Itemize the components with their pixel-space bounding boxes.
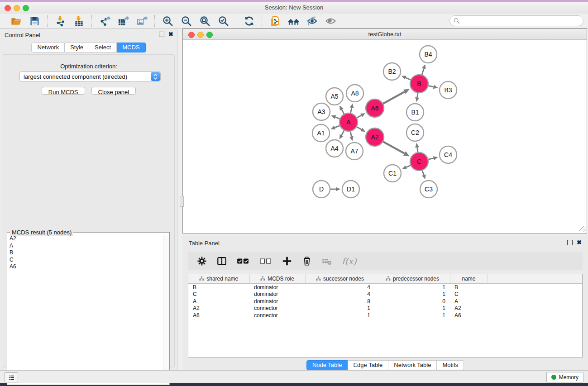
zoom-in-button[interactable] [162, 15, 174, 27]
cell-successor-nodes[interactable]: 4 [305, 284, 375, 291]
memory-button[interactable]: Memory [546, 372, 583, 382]
export-image-button[interactable] [136, 15, 148, 27]
cell-successor-nodes[interactable]: 1 [305, 305, 375, 312]
tab-network-table[interactable]: Network Table [388, 360, 437, 370]
deselect-all-button[interactable] [259, 256, 272, 266]
cell-name[interactable]: A2 [450, 305, 488, 312]
edge-B-B1[interactable] [417, 93, 418, 98]
function-builder-button[interactable]: f(x) [342, 256, 357, 266]
table-row[interactable]: A2connector11A2 [188, 305, 582, 312]
zoom-fit-button[interactable] [199, 15, 211, 27]
network-canvas[interactable]: B4B2BB3A5A8A6B1A3AC2A1A2A4A7C4CC1C3DD1 [183, 40, 587, 233]
apply-layout-button[interactable] [243, 15, 255, 27]
zoom-out-button[interactable] [180, 15, 192, 27]
show-all-button[interactable] [325, 15, 337, 27]
tab-node-table[interactable]: Node Table [306, 360, 348, 370]
close-panel-icon[interactable]: ✖ [168, 32, 173, 37]
column-header-name[interactable]: name [450, 274, 488, 284]
cell-successor-nodes[interactable]: 4 [305, 291, 375, 298]
table-row[interactable]: A6connector11A6 [188, 312, 582, 319]
float-panel-icon[interactable] [159, 32, 164, 37]
tab-style[interactable]: Style [65, 43, 89, 52]
save-session-button[interactable] [29, 15, 41, 27]
criterion-select[interactable]: largest connected component (directed) [19, 71, 161, 81]
panel-divider-grip[interactable] [180, 196, 184, 207]
tab-network[interactable]: Network [31, 43, 65, 52]
edge-B-B3[interactable] [428, 86, 434, 87]
window-resize-grip[interactable] [579, 226, 586, 232]
float-table-panel-icon[interactable] [567, 240, 573, 245]
edge-A-A5[interactable] [342, 110, 344, 114]
run-mcds-button[interactable]: Run MCDS [42, 87, 85, 95]
column-header-successor-nodes[interactable]: successor nodes [305, 274, 375, 284]
edge-C-C2[interactable] [417, 148, 418, 153]
result-scrollbar[interactable] [163, 235, 169, 384]
select-stepper-icon[interactable] [151, 72, 160, 81]
edge-C-C4[interactable] [428, 158, 433, 160]
tab-mcds[interactable]: MCDS [117, 43, 145, 52]
edge-A-A6[interactable] [357, 115, 361, 118]
edge-C-C1[interactable] [406, 165, 411, 167]
tab-motifs[interactable]: Motifs [437, 360, 464, 370]
import-table-button[interactable] [73, 15, 85, 27]
select-all-button[interactable] [237, 256, 249, 266]
edge-B-B2[interactable] [406, 78, 411, 80]
close-panel-button[interactable]: Close panel [91, 87, 136, 95]
edge-C-C3[interactable] [422, 170, 424, 175]
cell-shared-name[interactable]: A2 [188, 305, 249, 312]
table-row[interactable]: Cdominator41C [188, 291, 582, 298]
cell-name[interactable]: A6 [450, 312, 488, 319]
edge-A-A8[interactable] [350, 108, 352, 113]
result-item[interactable]: C [10, 257, 163, 264]
edge-A-A2[interactable] [356, 127, 361, 129]
edge-A-A7[interactable] [350, 131, 351, 137]
edge-A-A4[interactable] [342, 130, 344, 135]
cell-successor-nodes[interactable]: 8 [305, 298, 375, 305]
cell-MCDS-role[interactable]: dominator [249, 284, 305, 291]
network-window-titlebar[interactable]: testGlobe.txt [183, 29, 587, 40]
cell-shared-name[interactable]: C [188, 291, 249, 298]
edge-A-A1[interactable] [335, 125, 340, 128]
cell-MCDS-role[interactable]: connector [249, 305, 305, 312]
column-header-predecessor-nodes[interactable]: predecessor nodes [375, 274, 450, 284]
export-table-button[interactable] [117, 15, 129, 27]
open-session-button[interactable] [10, 15, 22, 27]
cell-name[interactable]: B [450, 284, 488, 291]
cell-name[interactable]: C [450, 291, 488, 298]
cell-predecessor-nodes[interactable]: 1 [375, 312, 450, 319]
settings-button[interactable] [197, 256, 207, 266]
add-column-button[interactable] [282, 256, 292, 266]
cell-name[interactable]: A [450, 298, 488, 305]
cell-MCDS-role[interactable]: connector [249, 312, 305, 319]
clone-network-button[interactable] [269, 15, 281, 27]
table-row[interactable]: Adominator80A [188, 298, 582, 305]
import-network-button[interactable] [54, 15, 67, 27]
cell-shared-name[interactable]: A [188, 298, 249, 305]
hide-selected-button[interactable] [306, 15, 318, 27]
tab-edge-table[interactable]: Edge Table [348, 360, 388, 370]
edge-B-B4[interactable] [422, 69, 424, 75]
delete-table-button[interactable] [322, 256, 332, 266]
cell-predecessor-nodes[interactable]: 1 [375, 284, 450, 291]
search-input[interactable] [462, 16, 583, 25]
table-row[interactable]: Bdominator41B [188, 284, 582, 291]
node-table[interactable]: shared nameMCDS rolesuccessor nodesprede… [188, 274, 583, 357]
cell-MCDS-role[interactable]: dominator [249, 291, 305, 298]
result-item[interactable]: B [10, 249, 163, 257]
column-header-shared-name[interactable]: shared name [188, 274, 249, 284]
cell-shared-name[interactable]: A6 [188, 312, 249, 319]
task-history-button[interactable] [5, 372, 18, 382]
cell-predecessor-nodes[interactable]: 1 [375, 305, 450, 312]
result-item[interactable]: A [10, 243, 163, 250]
split-view-button[interactable] [217, 256, 227, 266]
edge-A-A3[interactable] [335, 117, 340, 119]
column-header-MCDS-role[interactable]: MCDS role [249, 274, 305, 284]
edge-A6-B[interactable] [383, 92, 405, 104]
app-titlebar[interactable]: Session: New Session [0, 2, 588, 14]
network-graph[interactable]: B4B2BB3A5A8A6B1A3AC2A1A2A4A7C4CC1C3DD1 [183, 40, 587, 233]
edge-A2-C[interactable] [383, 142, 405, 153]
tab-select[interactable]: Select [89, 43, 117, 52]
cell-predecessor-nodes[interactable]: 0 [375, 298, 450, 305]
cell-shared-name[interactable]: B [188, 284, 249, 291]
close-table-panel-icon[interactable]: ✖ [577, 240, 582, 245]
